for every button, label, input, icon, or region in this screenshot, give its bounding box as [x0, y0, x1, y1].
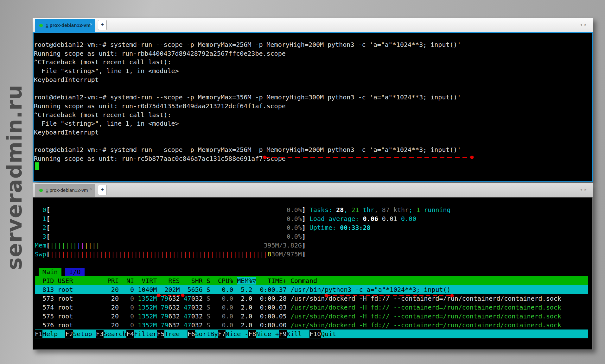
terminal-line: ^CTraceback (most recent call last):: [34, 111, 461, 120]
process-row[interactable]: 574 root 20 0 1352M 79632 47032 S 0.0 2.…: [35, 303, 588, 312]
new-tab-button[interactable]: +: [98, 20, 107, 30]
htop-meter-row: [35, 259, 588, 267]
terminal-line: KeyboardInterrupt: [34, 76, 461, 85]
terminal-line: ^CTraceback (most recent call last):: [34, 58, 461, 67]
tab-bar: 1 prox-debian12-vm × + ◂▸: [33, 183, 593, 197]
function-key-bar[interactable]: F1Help F2Setup F3SearchF4FilterF5Tree F6…: [35, 329, 588, 338]
htop-meter-row: Mem[||||||||||||| 395M/3.82G]: [35, 241, 588, 250]
terminal-line: File "<string>", line 1, in <module>: [34, 67, 461, 76]
terminal-line: Running scope as unit: run-r0d75d41353e8…: [34, 102, 461, 111]
terminal-line: root@debian12-vm:~# systemd-run --scope …: [34, 41, 461, 49]
tab-scroll-arrows[interactable]: ◂▸: [580, 22, 589, 27]
session-tab[interactable]: 1 prox-debian12-vm ×: [35, 19, 95, 32]
terminal-cursor: [35, 162, 39, 170]
process-row[interactable]: 573 root 20 0 1352M 79632 47032 S 0.0 2.…: [35, 294, 588, 303]
scroll-left-icon: ◂: [580, 22, 585, 27]
process-row[interactable]: 575 root 20 0 1352M 79632 47032 S 0.0 2.…: [35, 312, 588, 321]
terminal-output: root@debian12-vm:~# systemd-run --scope …: [34, 41, 461, 163]
terminal-line: Running scope as unit: run-rc5b877aac0c8…: [34, 154, 461, 163]
scroll-right-icon: ▸: [584, 22, 589, 27]
process-row[interactable]: 813 root 20 0 1040M 202M 5656 S 0.0 5.2 …: [35, 285, 588, 294]
terminal-line: root@debian12-vm:~# systemd-run --scope …: [34, 146, 461, 154]
close-icon[interactable]: ×: [90, 187, 92, 191]
desktop: { "desktop": { "watermark": "serveradmin…: [0, 0, 605, 364]
session-tab[interactable]: 1 prox-debian12-vm ×: [35, 184, 95, 197]
terminal-line: KeyboardInterrupt: [34, 128, 461, 137]
session-active-icon: [39, 24, 43, 27]
session-active-icon: [39, 189, 43, 192]
htop-meter-row: Swp[||||||||||||||||||||||||||||||||||||…: [35, 250, 588, 259]
terminal-line: root@debian12-vm:~# systemd-run --scope …: [34, 93, 461, 102]
htop-meter-row: 1[ 0.0%] Load average: 0.06 0.01 0.00: [35, 214, 588, 223]
htop-screen-tabs[interactable]: Main I/O: [35, 267, 588, 276]
new-tab-button[interactable]: +: [98, 185, 107, 195]
process-table-header[interactable]: PID USER PRI NI VIRT RES SHR S CPU% MEM%…: [35, 276, 588, 285]
scroll-left-icon: ◂: [580, 187, 585, 192]
terminal-line: File "<string>", line 1, in <module>: [34, 119, 461, 128]
terminal-line: Running scope as unit: run-rbb4400437d89…: [34, 49, 461, 58]
close-icon[interactable]: ×: [90, 22, 92, 27]
scroll-right-icon: ▸: [584, 187, 589, 192]
htop-screen[interactable]: 0[ 0.0%] Tasks: 28, 21 thr, 87 kthr; 1 r…: [33, 197, 593, 350]
htop-output: 0[ 0.0%] Tasks: 28, 21 thr, 87 kthr; 1 r…: [35, 205, 588, 338]
htop-meter-row: 0[ 0.0%] Tasks: 28, 21 thr, 87 kthr; 1 r…: [35, 205, 588, 214]
terminal-screen[interactable]: root@debian12-vm:~# systemd-run --scope …: [33, 32, 593, 182]
tab-title: 1 prox-debian12-vm: [46, 187, 88, 193]
terminal-line: [34, 137, 461, 146]
tab-scroll-arrows[interactable]: ◂▸: [580, 187, 589, 192]
watermark-text: serveradmin.ru: [2, 85, 27, 270]
tab-title: 1 prox-debian12-vm: [46, 22, 91, 28]
terminal-line: [34, 84, 461, 93]
terminal-window-bottom: 1 prox-debian12-vm × + ◂▸ 0[ 0.0%] Tasks…: [33, 183, 593, 350]
process-row[interactable]: 576 root 20 0 1352M 79632 47032 S 0.0 2.…: [35, 321, 588, 329]
htop-meter-row: 3[ 0.0%]: [35, 232, 588, 241]
htop-meter-row: 2[ 0.0%] Uptime: 00:33:28: [35, 223, 588, 232]
terminal-window-top: 1 prox-debian12-vm × + ◂▸ root@debian12-…: [33, 18, 593, 182]
tab-bar: 1 prox-debian12-vm × + ◂▸: [33, 18, 593, 32]
